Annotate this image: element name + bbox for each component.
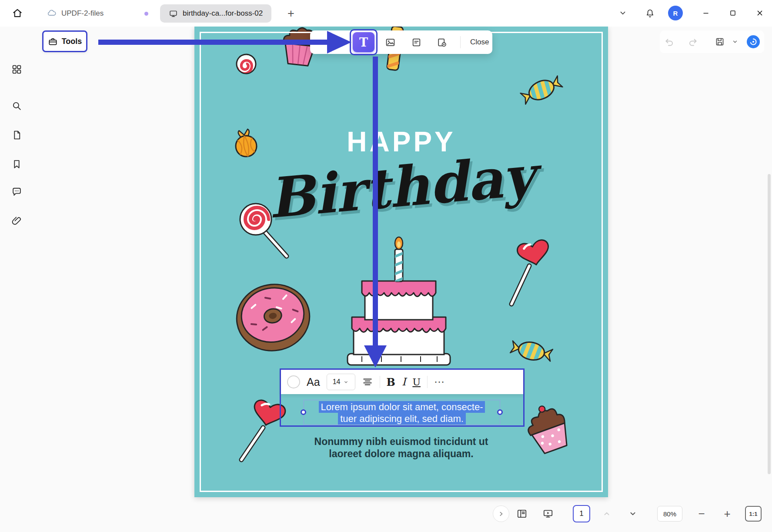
tab-label: UPDF-2-files	[61, 9, 104, 18]
minimize-icon	[701, 8, 711, 18]
maximize-icon	[728, 8, 738, 18]
tab-updf-files[interactable]: UPDF-2-files	[38, 4, 112, 23]
candy-illustration	[509, 337, 554, 365]
highlighted-text: tuer adipiscing elit, sed diam.	[338, 413, 466, 425]
close-window-button[interactable]	[750, 3, 769, 23]
text-format-toolbar: Aa 14 B I U ⋯	[281, 370, 523, 394]
font-button[interactable]: Aa	[307, 376, 320, 388]
updf-window: UPDF-2-files birthday-ca...for-boss-02 +…	[0, 0, 772, 532]
plus-icon: +	[287, 7, 294, 20]
card-body-line: laoreet dolore magna aliquam.	[194, 448, 608, 460]
comment-icon	[11, 186, 22, 197]
font-size-value: 14	[333, 378, 341, 386]
chevron-down-icon	[333, 38, 341, 47]
text-tool-highlight: T	[350, 29, 378, 55]
undo-button[interactable]	[662, 34, 677, 50]
bookmark-icon	[11, 159, 22, 170]
font-size-select[interactable]: 14	[327, 374, 355, 390]
zoom-out-button[interactable]: −	[693, 505, 710, 522]
toolbar-divider	[460, 36, 461, 48]
sidebar-item-bookmarks[interactable]	[7, 154, 27, 174]
bold-button[interactable]: B	[387, 376, 395, 388]
selected-text-line: tuer adipiscing elit, sed diam.	[304, 413, 500, 425]
close-icon	[755, 8, 765, 18]
sidebar-item-apps[interactable]	[7, 59, 27, 79]
tool-dropdown-button[interactable]	[329, 34, 345, 50]
document-icon	[11, 130, 22, 141]
toolbar-divider	[380, 376, 380, 388]
previous-page-button[interactable]	[598, 505, 615, 522]
thumbnails-panel-icon	[516, 508, 528, 519]
selection-handle-right[interactable]	[497, 409, 503, 415]
more-options-button[interactable]: ⋯	[434, 376, 445, 388]
selection-handle-left[interactable]	[301, 409, 306, 415]
plus-icon: +	[724, 507, 730, 521]
next-page-button[interactable]	[624, 505, 642, 522]
page-number-input[interactable]: 1	[573, 505, 590, 522]
tools-button-label: Tools	[62, 37, 82, 46]
presentation-mode-button[interactable]	[539, 505, 557, 522]
text-tool-icon: T	[359, 36, 368, 49]
apps-grid-icon	[11, 64, 22, 75]
chevron-right-icon	[497, 509, 505, 518]
text-color-swatch[interactable]	[287, 375, 300, 388]
peppermint-candy-illustration	[235, 53, 257, 75]
save-options-button[interactable]	[729, 34, 741, 50]
avatar[interactable]: R	[668, 6, 683, 20]
stamp-tool-button[interactable]	[434, 34, 449, 50]
avatar-initial: R	[673, 10, 678, 17]
vertical-scrollbar[interactable]	[768, 174, 771, 474]
italic-button[interactable]: I	[402, 376, 406, 388]
collapse-toolbar-button[interactable]	[613, 3, 632, 23]
page-thumbnails-button[interactable]	[513, 505, 531, 522]
toolbox-icon	[48, 37, 58, 47]
notifications-button[interactable]	[640, 3, 659, 23]
bell-icon	[645, 8, 655, 18]
maximize-button[interactable]	[723, 3, 742, 23]
selected-text-line: Lorem ipsum dolor sit amet, consecte-	[304, 401, 500, 413]
save-button[interactable]	[712, 34, 728, 50]
selected-text-box[interactable]: Lorem ipsum dolor sit amet, consecte- tu…	[304, 400, 500, 425]
image-icon	[385, 37, 396, 48]
minus-icon: −	[698, 507, 705, 521]
chevron-down-icon	[628, 509, 638, 519]
heart-lollipop-illustration	[511, 239, 551, 304]
actual-size-label: 1:1	[749, 511, 758, 517]
tab-birthday-card[interactable]: birthday-ca...for-boss-02	[160, 4, 271, 23]
redo-button[interactable]	[685, 34, 701, 50]
underline-button[interactable]: U	[412, 377, 421, 388]
actual-size-button[interactable]: 1:1	[745, 506, 762, 522]
ai-assistant-button[interactable]	[747, 35, 760, 48]
form-tool-button[interactable]	[408, 34, 424, 50]
chevron-down-icon	[343, 379, 349, 385]
ai-assistant-icon	[749, 37, 758, 47]
zoom-in-button[interactable]: +	[719, 505, 736, 522]
image-tool-button[interactable]	[382, 34, 398, 50]
text-tool-button[interactable]: T	[353, 32, 374, 52]
sidebar-item-attachments[interactable]	[7, 211, 27, 231]
new-tab-button[interactable]: +	[283, 5, 299, 22]
stamp-icon	[436, 37, 447, 48]
zoom-level-input[interactable]: 80%	[657, 506, 682, 522]
form-icon	[411, 37, 422, 48]
left-sidebar	[0, 27, 33, 532]
tools-button[interactable]: Tools	[42, 30, 87, 52]
paperclip-icon	[11, 215, 22, 226]
monitor-icon	[169, 9, 178, 18]
sidebar-item-pages[interactable]	[7, 125, 27, 145]
edit-toolbar: Close	[310, 30, 492, 54]
sidebar-item-search[interactable]	[7, 96, 27, 116]
redo-icon	[688, 37, 698, 47]
save-icon	[715, 37, 725, 47]
highlighted-text: Lorem ipsum dolor sit amet, consecte-	[319, 401, 485, 413]
minimize-button[interactable]	[696, 3, 715, 23]
sidebar-item-comments[interactable]	[7, 181, 27, 201]
align-button[interactable]	[362, 376, 373, 388]
page-number-value: 1	[579, 509, 583, 518]
expand-panel-button[interactable]	[493, 505, 509, 522]
candy-illustration	[518, 72, 564, 108]
undo-icon	[664, 37, 675, 47]
close-toolbar-button[interactable]: Close	[463, 30, 496, 54]
align-center-icon	[362, 376, 373, 388]
home-button[interactable]	[8, 3, 27, 23]
